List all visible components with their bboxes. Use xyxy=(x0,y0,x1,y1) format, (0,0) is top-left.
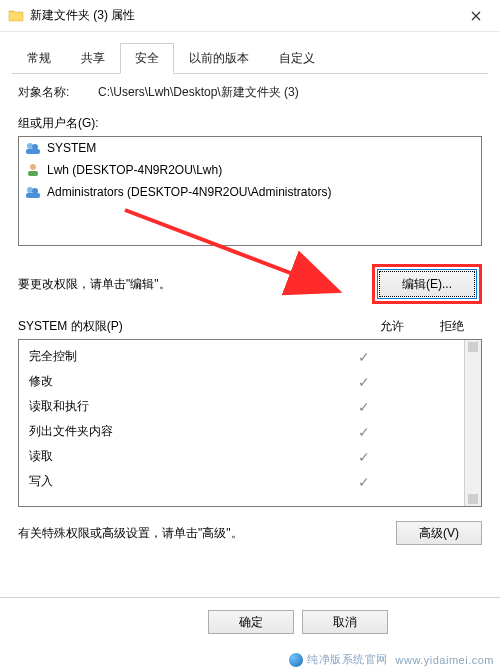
highlight-annotation: 编辑(E)... xyxy=(372,264,482,304)
edit-row: 要更改权限，请单击"编辑"。 编辑(E)... xyxy=(18,264,482,304)
permission-name: 完全控制 xyxy=(29,348,334,365)
svg-rect-2 xyxy=(26,149,40,154)
permission-row: 读取 ✓ xyxy=(19,444,464,469)
allow-check: ✓ xyxy=(334,399,394,415)
advanced-button[interactable]: 高级(V) xyxy=(396,521,482,545)
folder-icon xyxy=(8,8,24,24)
watermark-icon xyxy=(289,653,303,667)
list-item-label: Administrators (DESKTOP-4N9R2OU\Administ… xyxy=(47,185,332,199)
edit-hint: 要更改权限，请单击"编辑"。 xyxy=(18,276,372,293)
advanced-row: 有关特殊权限或高级设置，请单击"高级"。 高级(V) xyxy=(18,521,482,545)
svg-point-5 xyxy=(27,187,33,193)
tab-general[interactable]: 常规 xyxy=(12,43,66,74)
permissions-title: SYSTEM 的权限(P) xyxy=(18,318,362,335)
user-icon xyxy=(25,162,41,178)
dialog-button-bar: 确定 取消 应用 xyxy=(0,597,500,646)
allow-column-header: 允许 xyxy=(362,318,422,335)
svg-rect-4 xyxy=(28,171,38,176)
list-item[interactable]: Lwh (DESKTOP-4N9R2OU\Lwh) xyxy=(19,159,481,181)
allow-check: ✓ xyxy=(334,449,394,465)
watermark: 纯净版系统官网 www.yidaimei.com xyxy=(289,652,494,667)
advanced-hint: 有关特殊权限或高级设置，请单击"高级"。 xyxy=(18,525,396,542)
edit-button[interactable]: 编辑(E)... xyxy=(379,271,475,297)
tab-sharing[interactable]: 共享 xyxy=(66,43,120,74)
watermark-url: www.yidaimei.com xyxy=(396,654,494,666)
allow-check: ✓ xyxy=(334,374,394,390)
security-pane: 对象名称: C:\Users\Lwh\Desktop\新建文件夹 (3) 组或用… xyxy=(18,84,482,545)
ok-button[interactable]: 确定 xyxy=(208,610,294,634)
svg-rect-7 xyxy=(26,193,40,198)
permission-name: 读取 xyxy=(29,448,334,465)
permission-name: 写入 xyxy=(29,473,334,490)
svg-point-0 xyxy=(27,143,33,149)
permission-row: 写入 ✓ xyxy=(19,469,464,494)
permissions-list: 完全控制 ✓ 修改 ✓ 读取和执行 ✓ 列出文件夹内容 ✓ 读取 ✓ xyxy=(18,339,482,507)
allow-check: ✓ xyxy=(334,349,394,365)
svg-point-3 xyxy=(30,164,36,170)
object-name-row: 对象名称: C:\Users\Lwh\Desktop\新建文件夹 (3) xyxy=(18,84,482,101)
group-icon xyxy=(25,140,41,156)
tab-strip: 常规 共享 安全 以前的版本 自定义 xyxy=(12,42,488,74)
list-item[interactable]: Administrators (DESKTOP-4N9R2OU\Administ… xyxy=(19,181,481,203)
close-button[interactable] xyxy=(454,1,498,31)
permissions-header: SYSTEM 的权限(P) 允许 拒绝 xyxy=(18,318,482,335)
allow-check: ✓ xyxy=(334,474,394,490)
permission-name: 读取和执行 xyxy=(29,398,334,415)
tab-security[interactable]: 安全 xyxy=(120,43,174,74)
permission-row: 列出文件夹内容 ✓ xyxy=(19,419,464,444)
group-icon xyxy=(25,184,41,200)
list-item[interactable]: SYSTEM xyxy=(19,137,481,159)
list-item-label: SYSTEM xyxy=(47,141,96,155)
tab-custom[interactable]: 自定义 xyxy=(264,43,330,74)
permission-name: 修改 xyxy=(29,373,334,390)
deny-column-header: 拒绝 xyxy=(422,318,482,335)
object-name-value: C:\Users\Lwh\Desktop\新建文件夹 (3) xyxy=(98,84,482,101)
window-title: 新建文件夹 (3) 属性 xyxy=(30,7,454,24)
allow-check: ✓ xyxy=(334,424,394,440)
permission-row: 修改 ✓ xyxy=(19,369,464,394)
titlebar: 新建文件夹 (3) 属性 xyxy=(0,0,500,32)
group-users-list[interactable]: SYSTEM Lwh (DESKTOP-4N9R2OU\Lwh) Adminis… xyxy=(18,136,482,246)
watermark-text: 纯净版系统官网 xyxy=(307,652,388,667)
cancel-button[interactable]: 取消 xyxy=(302,610,388,634)
permission-name: 列出文件夹内容 xyxy=(29,423,334,440)
tab-previous[interactable]: 以前的版本 xyxy=(174,43,264,74)
permission-row: 读取和执行 ✓ xyxy=(19,394,464,419)
group-users-label: 组或用户名(G): xyxy=(18,115,482,132)
scrollbar[interactable] xyxy=(464,340,481,506)
list-item-label: Lwh (DESKTOP-4N9R2OU\Lwh) xyxy=(47,163,222,177)
object-name-label: 对象名称: xyxy=(18,84,98,101)
permission-row: 完全控制 ✓ xyxy=(19,344,464,369)
close-icon xyxy=(471,11,481,21)
